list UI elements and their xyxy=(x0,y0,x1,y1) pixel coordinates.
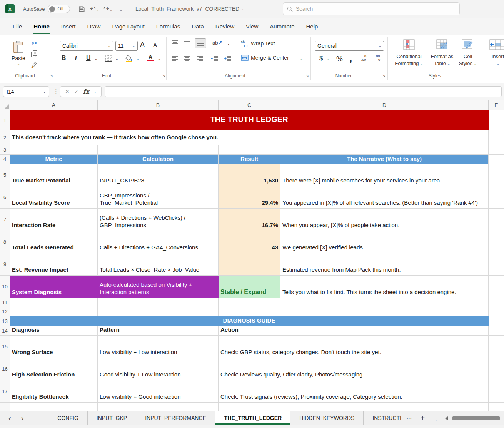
cell-d12[interactable] xyxy=(280,307,489,316)
cell-e4[interactable] xyxy=(489,155,504,164)
cell-c11[interactable] xyxy=(219,298,280,307)
confirm-entry-icon[interactable]: ✓ xyxy=(74,89,79,95)
font-color-chevron-icon[interactable]: ⌄ xyxy=(158,57,161,61)
cell-b18[interactable] xyxy=(98,403,219,411)
sheet-options-icon[interactable]: ⋮ xyxy=(433,415,439,421)
cell-e7[interactable] xyxy=(489,209,504,231)
cell-a3[interactable] xyxy=(10,145,98,155)
cell-b3[interactable] xyxy=(98,145,219,155)
more-sheets-icon[interactable]: ••• xyxy=(407,416,412,420)
cell-b12[interactable] xyxy=(98,307,219,316)
cell-guide-header-pattern[interactable]: Pattern xyxy=(98,326,219,336)
redo-chevron-icon[interactable]: ⌄ xyxy=(110,8,113,13)
cell-styles-button[interactable] xyxy=(462,39,473,50)
clipboard-dialog-launcher[interactable]: ↘ xyxy=(48,73,54,79)
search-box[interactable] xyxy=(283,2,460,15)
cell-e13[interactable] xyxy=(489,316,504,326)
font-color-button[interactable]: A xyxy=(147,54,154,61)
borders-chevron-icon[interactable]: ⌄ xyxy=(115,57,118,61)
cell-guide-diagnosis-row15[interactable]: Wrong Surface xyxy=(10,336,98,358)
cell-a12[interactable] xyxy=(10,307,98,316)
insert-function-icon[interactable]: fx xyxy=(83,88,89,95)
paste-button[interactable]: Paste ⌄ xyxy=(9,38,28,69)
cell-result-row9[interactable] xyxy=(219,253,280,276)
cell-guide-header-diagnosis[interactable]: Diagnosis xyxy=(10,326,98,336)
cell-e17[interactable] xyxy=(489,380,504,403)
cell-d18[interactable] xyxy=(280,403,489,411)
menu-tab-view[interactable]: View xyxy=(240,19,264,34)
decrease-indent-button[interactable] xyxy=(211,55,219,62)
align-center-button[interactable] xyxy=(184,55,191,62)
cell-d3[interactable] xyxy=(280,145,489,155)
merge-center-button[interactable]: Merge & Center xyxy=(241,55,289,61)
increase-font-size-button[interactable]: Aˆ xyxy=(140,41,146,49)
number-dialog-launcher[interactable]: ↘ xyxy=(381,73,386,79)
decrease-decimal-button[interactable]: ←0 .00 xyxy=(361,55,366,62)
cell-a11[interactable] xyxy=(10,298,98,307)
fill-color-button[interactable] xyxy=(125,55,133,62)
menu-tab-formulas[interactable]: Formulas xyxy=(150,19,186,34)
row-header-12[interactable]: 12 xyxy=(0,307,10,316)
cell-narrative-row6[interactable]: You appeared in [X]% of all relevant sea… xyxy=(280,186,489,209)
cell-diagnosis-calc[interactable]: Auto-calculated based on Visibility + In… xyxy=(98,276,219,298)
middle-align-button[interactable] xyxy=(184,40,191,46)
cell-e8[interactable] xyxy=(489,231,504,253)
accounting-chevron-icon[interactable]: ⌄ xyxy=(327,57,330,61)
row-header-7[interactable]: 7 xyxy=(0,209,10,231)
row-header-8[interactable]: 8 xyxy=(0,231,10,253)
sheet-tab-input-gkp[interactable]: INPUT_GKP xyxy=(88,411,136,425)
cell-result-row6[interactable]: 29.4% xyxy=(219,186,280,209)
cell-calc-row9[interactable]: Total Leads × Close_Rate × Job_Value xyxy=(98,253,219,276)
increase-decimal-button[interactable]: .00 →0 xyxy=(375,55,380,62)
increase-indent-button[interactable] xyxy=(224,55,232,62)
sheet-tab-the-truth-ledger[interactable]: THE_TRUTH_LEDGER xyxy=(215,411,290,425)
column-header-c[interactable]: C xyxy=(219,100,280,110)
cell-e12[interactable] xyxy=(489,307,504,316)
row-header-16[interactable]: 16 xyxy=(0,358,10,380)
search-input[interactable] xyxy=(296,6,456,12)
prev-sheet-icon[interactable]: ‹ xyxy=(8,414,11,422)
cell-c12[interactable] xyxy=(219,307,280,316)
cell-d14[interactable] xyxy=(280,326,489,336)
cell-e6[interactable] xyxy=(489,186,504,209)
cell-calc-row6[interactable]: GBP_Impressions / True_Market_Potential xyxy=(98,186,219,209)
column-header-d[interactable]: D xyxy=(280,100,489,110)
sheet-tab-input-performance[interactable]: INPUT_PERFORMANCE xyxy=(136,411,215,425)
sheet-tab-config[interactable]: CONFIG xyxy=(48,411,87,425)
font-name-combobox[interactable]: Calibri⌄ xyxy=(60,41,113,51)
cell-result-row7[interactable]: 16.7% xyxy=(219,209,280,231)
conditional-formatting-label[interactable]: Conditional Formatting ⌄ xyxy=(390,53,428,67)
bold-button[interactable]: B xyxy=(62,55,66,62)
cell-guide-diagnosis-row17[interactable]: Eligibility Bottleneck xyxy=(10,380,98,403)
sheet-tab-instructions[interactable]: INSTRUCTI xyxy=(364,411,403,425)
cell-e5[interactable] xyxy=(489,164,504,186)
row-header-11[interactable]: 11 xyxy=(0,298,10,307)
cell-c18[interactable] xyxy=(219,403,280,411)
cell-result-row5[interactable]: 1,530 xyxy=(219,164,280,186)
cell-e11[interactable] xyxy=(489,298,504,307)
cell-e1[interactable] xyxy=(489,110,504,130)
cell-styles-label[interactable]: Cell Styles ⌄ xyxy=(454,53,482,67)
decrease-font-size-button[interactable]: Aˇ xyxy=(153,42,158,48)
cell-title-banner[interactable]: THE TRUTH LEDGER xyxy=(10,110,489,130)
comma-style-button[interactable]: , xyxy=(349,52,352,64)
row-header-14[interactable]: 14 xyxy=(0,326,10,336)
cell-d11[interactable] xyxy=(280,298,489,307)
name-box[interactable]: I14 ⌄ xyxy=(3,86,49,97)
cell-metric-row6[interactable]: Local Visibility Score xyxy=(10,186,98,209)
cell-e9[interactable] xyxy=(489,253,504,276)
bottom-align-button[interactable] xyxy=(195,38,206,48)
menu-tab-page-layout[interactable]: Page Layout xyxy=(106,19,150,34)
insert-label[interactable]: Insert⌄ xyxy=(486,53,504,67)
row-header-5[interactable]: 5 xyxy=(0,164,10,186)
row-header-3[interactable]: 3 xyxy=(0,145,10,155)
next-sheet-icon[interactable]: › xyxy=(21,414,24,422)
orientation-chevron-icon[interactable]: ⌄ xyxy=(227,42,230,45)
row-header-4[interactable]: 4 xyxy=(0,155,10,164)
row-header-17[interactable]: 17 xyxy=(0,380,10,403)
cell-calc-row7[interactable]: (Calls + Directions + WebClicks) / GBP_I… xyxy=(98,209,219,231)
cell-guide-diagnosis-row16[interactable]: High Selection Friction xyxy=(10,358,98,380)
top-align-button[interactable] xyxy=(172,40,179,46)
number-format-combobox[interactable]: General⌄ xyxy=(315,41,384,51)
cell-metric-row8[interactable]: Total Leads Generated xyxy=(10,231,98,253)
